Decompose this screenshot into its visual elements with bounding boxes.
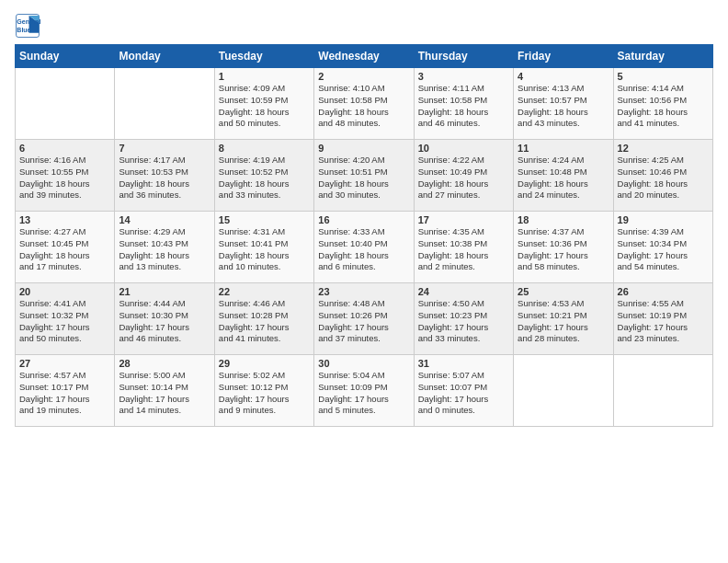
day-number: 30	[318, 358, 409, 369]
cell-info: Sunrise: 4:24 AMSunset: 10:48 PMDaylight…	[518, 155, 609, 201]
calendar-cell: 26Sunrise: 4:55 AMSunset: 10:19 PMDaylig…	[613, 283, 712, 355]
cell-info: Sunrise: 4:46 AMSunset: 10:28 PMDaylight…	[219, 298, 310, 345]
cell-info: Sunrise: 5:07 AMSunset: 10:07 PMDaylight…	[418, 370, 509, 417]
cell-info: Sunrise: 4:50 AMSunset: 10:23 PMDaylight…	[418, 298, 509, 345]
weekday-header-cell: Wednesday	[314, 45, 414, 68]
calendar-cell: 13Sunrise: 4:27 AMSunset: 10:45 PMDaylig…	[16, 212, 115, 283]
calendar-cell: 3Sunrise: 4:11 AMSunset: 10:58 PMDayligh…	[414, 68, 513, 140]
calendar-cell: 5Sunrise: 4:14 AMSunset: 10:56 PMDayligh…	[613, 68, 712, 140]
calendar-row: 6Sunrise: 4:16 AMSunset: 10:55 PMDayligh…	[16, 140, 713, 212]
cell-info: Sunrise: 4:35 AMSunset: 10:38 PMDaylight…	[418, 226, 509, 273]
day-number: 27	[19, 358, 110, 369]
calendar-cell: 19Sunrise: 4:39 AMSunset: 10:34 PMDaylig…	[613, 212, 712, 283]
calendar-cell: 15Sunrise: 4:31 AMSunset: 10:41 PMDaylig…	[214, 212, 313, 283]
calendar-row: 1Sunrise: 4:09 AMSunset: 10:59 PMDayligh…	[16, 68, 713, 140]
calendar-cell: 27Sunrise: 4:57 AMSunset: 10:17 PMDaylig…	[16, 355, 115, 427]
calendar-cell: 12Sunrise: 4:25 AMSunset: 10:46 PMDaylig…	[613, 140, 712, 212]
day-number: 17	[418, 214, 509, 225]
day-number: 31	[418, 358, 509, 369]
calendar-cell: 20Sunrise: 4:41 AMSunset: 10:32 PMDaylig…	[16, 283, 115, 355]
calendar-cell: 1Sunrise: 4:09 AMSunset: 10:59 PMDayligh…	[214, 68, 313, 140]
cell-info: Sunrise: 4:09 AMSunset: 10:59 PMDaylight…	[219, 83, 310, 130]
cell-info: Sunrise: 5:02 AMSunset: 10:12 PMDaylight…	[219, 370, 310, 417]
day-number: 6	[19, 143, 110, 154]
day-number: 3	[418, 71, 509, 82]
calendar-cell: 29Sunrise: 5:02 AMSunset: 10:12 PMDaylig…	[214, 355, 313, 427]
calendar-cell	[115, 68, 214, 140]
calendar-cell: 4Sunrise: 4:13 AMSunset: 10:57 PMDayligh…	[514, 68, 613, 140]
calendar-cell: 14Sunrise: 4:29 AMSunset: 10:43 PMDaylig…	[115, 212, 214, 283]
calendar-cell	[613, 355, 712, 427]
cell-info: Sunrise: 4:25 AMSunset: 10:46 PMDaylight…	[618, 155, 709, 201]
day-number: 5	[618, 71, 709, 82]
calendar-cell: 9Sunrise: 4:20 AMSunset: 10:51 PMDayligh…	[314, 140, 414, 212]
cell-info: Sunrise: 4:48 AMSunset: 10:26 PMDaylight…	[318, 298, 409, 345]
cell-info: Sunrise: 4:27 AMSunset: 10:45 PMDaylight…	[19, 226, 110, 273]
cell-info: Sunrise: 5:04 AMSunset: 10:09 PMDaylight…	[318, 370, 409, 417]
day-number: 8	[219, 143, 310, 154]
calendar-cell: 23Sunrise: 4:48 AMSunset: 10:26 PMDaylig…	[314, 283, 414, 355]
cell-info: Sunrise: 4:57 AMSunset: 10:17 PMDaylight…	[19, 370, 110, 417]
cell-info: Sunrise: 4:16 AMSunset: 10:55 PMDaylight…	[19, 155, 110, 201]
day-number: 13	[19, 214, 110, 225]
day-number: 4	[518, 71, 609, 82]
day-number: 24	[418, 286, 509, 297]
cell-info: Sunrise: 4:11 AMSunset: 10:58 PMDaylight…	[418, 83, 509, 130]
cell-info: Sunrise: 4:17 AMSunset: 10:53 PMDaylight…	[119, 155, 210, 201]
cell-info: Sunrise: 4:13 AMSunset: 10:57 PMDaylight…	[518, 83, 609, 130]
cell-info: Sunrise: 4:55 AMSunset: 10:19 PMDaylight…	[618, 298, 709, 345]
day-number: 23	[318, 286, 409, 297]
day-number: 26	[618, 286, 709, 297]
day-number: 11	[518, 143, 609, 154]
calendar-cell: 18Sunrise: 4:37 AMSunset: 10:36 PMDaylig…	[514, 212, 613, 283]
cell-info: Sunrise: 4:41 AMSunset: 10:32 PMDaylight…	[19, 298, 110, 345]
day-number: 16	[318, 214, 409, 225]
cell-info: Sunrise: 4:53 AMSunset: 10:21 PMDaylight…	[518, 298, 609, 345]
calendar-cell: 11Sunrise: 4:24 AMSunset: 10:48 PMDaylig…	[514, 140, 613, 212]
calendar-row: 13Sunrise: 4:27 AMSunset: 10:45 PMDaylig…	[16, 212, 713, 283]
weekday-header-cell: Friday	[514, 45, 613, 68]
day-number: 21	[119, 286, 210, 297]
day-number: 2	[318, 71, 409, 82]
day-number: 29	[219, 358, 310, 369]
day-number: 22	[219, 286, 310, 297]
calendar-cell	[16, 68, 115, 140]
cell-info: Sunrise: 4:37 AMSunset: 10:36 PMDaylight…	[518, 226, 609, 273]
cell-info: Sunrise: 4:29 AMSunset: 10:43 PMDaylight…	[119, 226, 210, 273]
cell-info: Sunrise: 4:14 AMSunset: 10:56 PMDaylight…	[618, 83, 709, 130]
day-number: 25	[518, 286, 609, 297]
cell-info: Sunrise: 4:39 AMSunset: 10:34 PMDaylight…	[618, 226, 709, 273]
weekday-header-cell: Monday	[115, 45, 214, 68]
svg-text:General: General	[17, 18, 40, 25]
cell-info: Sunrise: 4:10 AMSunset: 10:58 PMDaylight…	[318, 83, 409, 130]
cell-info: Sunrise: 4:19 AMSunset: 10:52 PMDaylight…	[219, 155, 310, 201]
logo-icon: General Blue	[15, 13, 40, 39]
calendar-cell: 10Sunrise: 4:22 AMSunset: 10:49 PMDaylig…	[414, 140, 513, 212]
weekday-header-row: SundayMondayTuesdayWednesdayThursdayFrid…	[16, 45, 713, 68]
weekday-header-cell: Thursday	[414, 45, 513, 68]
calendar-cell: 8Sunrise: 4:19 AMSunset: 10:52 PMDayligh…	[214, 140, 313, 212]
cell-info: Sunrise: 4:31 AMSunset: 10:41 PMDaylight…	[219, 226, 310, 273]
day-number: 9	[318, 143, 409, 154]
day-number: 15	[219, 214, 310, 225]
calendar-cell: 6Sunrise: 4:16 AMSunset: 10:55 PMDayligh…	[16, 140, 115, 212]
weekday-header-cell: Saturday	[613, 45, 712, 68]
day-number: 28	[119, 358, 210, 369]
calendar-cell: 21Sunrise: 4:44 AMSunset: 10:30 PMDaylig…	[115, 283, 214, 355]
calendar-row: 20Sunrise: 4:41 AMSunset: 10:32 PMDaylig…	[16, 283, 713, 355]
day-number: 10	[418, 143, 509, 154]
calendar-cell	[514, 355, 613, 427]
calendar-cell: 2Sunrise: 4:10 AMSunset: 10:58 PMDayligh…	[314, 68, 414, 140]
day-number: 14	[119, 214, 210, 225]
calendar-cell: 25Sunrise: 4:53 AMSunset: 10:21 PMDaylig…	[514, 283, 613, 355]
calendar-table: SundayMondayTuesdayWednesdayThursdayFrid…	[15, 44, 713, 427]
day-number: 12	[618, 143, 709, 154]
page: General Blue SundayMondayTuesdayWednesda…	[0, 0, 728, 563]
day-number: 18	[518, 214, 609, 225]
header: General Blue	[15, 9, 713, 39]
day-number: 7	[119, 143, 210, 154]
cell-info: Sunrise: 4:44 AMSunset: 10:30 PMDaylight…	[119, 298, 210, 345]
day-number: 19	[618, 214, 709, 225]
calendar-cell: 22Sunrise: 4:46 AMSunset: 10:28 PMDaylig…	[214, 283, 313, 355]
day-number: 20	[19, 286, 110, 297]
